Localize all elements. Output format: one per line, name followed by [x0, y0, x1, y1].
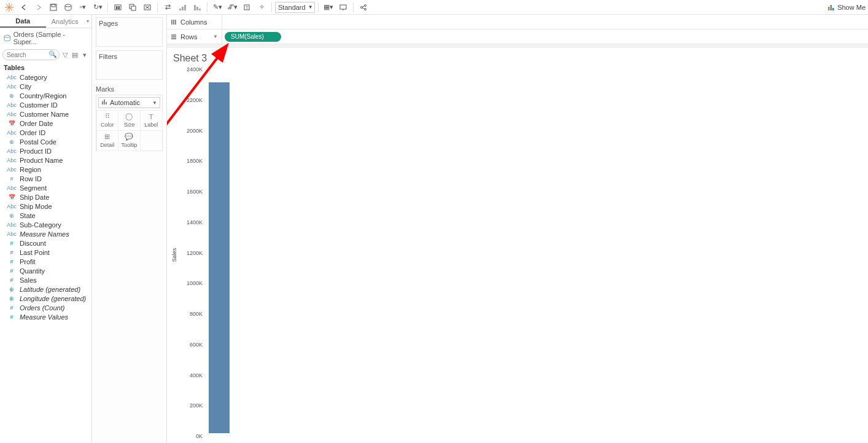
sheet-title[interactable]: Sheet 3	[167, 48, 868, 66]
field-sales[interactable]: #Sales	[0, 275, 91, 284]
field-orders-count-[interactable]: #Orders (Count)	[0, 303, 91, 312]
field-product-name[interactable]: AbcProduct Name	[0, 155, 91, 165]
field-last-point[interactable]: #Last Point	[0, 248, 91, 257]
back-button[interactable]	[17, 1, 31, 14]
marks-card: Marks Automatic ▼ ⠿Color◯SizeTLabel⊞Deta…	[96, 84, 163, 151]
field-type-icon: #	[7, 305, 16, 311]
field-latitude-generated-[interactable]: ⊕Latitude (generated)	[0, 284, 91, 294]
pages-card[interactable]: Pages	[96, 17, 163, 47]
field-label: Postal Code	[20, 138, 56, 146]
field-longitude-generated-[interactable]: ⊕Longitude (generated)	[0, 294, 91, 303]
refresh-button[interactable]: ↻▾	[91, 1, 104, 14]
field-sub-category[interactable]: AbcSub-Category	[0, 220, 91, 229]
chevron-down-icon: ▾	[84, 18, 91, 24]
field-product-id[interactable]: AbcProduct ID	[0, 146, 91, 155]
pin-button[interactable]: ✧	[255, 1, 268, 14]
rows-shelf[interactable]: Rows ▼ SUM(Sales)	[167, 29, 868, 44]
field-quantity[interactable]: #Quantity	[0, 266, 91, 275]
svg-rect-9	[118, 6, 120, 9]
mark-detail-button[interactable]: ⊞Detail	[96, 130, 119, 151]
rows-label: Rows	[180, 33, 198, 41]
datasource-icon	[4, 34, 11, 42]
mark-buttons-grid: ⠿Color◯SizeTLabel⊞Detail💬Tooltip	[96, 110, 162, 151]
labels-button[interactable]: T	[240, 1, 254, 14]
field-segment[interactable]: AbcSegment	[0, 183, 91, 192]
y-axis[interactable]: Sales 0K200K400K600K800K1000K1200K1400K1…	[167, 66, 205, 443]
bar-mark[interactable]	[209, 82, 230, 433]
svg-rect-31	[831, 5, 832, 10]
field-row-id[interactable]: #Row ID	[0, 174, 91, 183]
clear-button[interactable]	[141, 1, 154, 14]
field-measure-names[interactable]: AbcMeasure Names	[0, 229, 91, 238]
highlight-button[interactable]: ✎▾	[211, 1, 224, 14]
field-label: Product ID	[20, 147, 52, 155]
field-order-date[interactable]: 📅Order Date	[0, 119, 91, 128]
mark-cell-label: Color	[101, 122, 114, 128]
filters-card[interactable]: Filters	[96, 50, 163, 80]
field-ship-mode[interactable]: AbcShip Mode	[0, 202, 91, 211]
field-region[interactable]: AbcRegion	[0, 165, 91, 174]
svg-line-28	[362, 6, 365, 7]
field-category[interactable]: AbcCategory	[0, 73, 91, 82]
field-ship-date[interactable]: 📅Ship Date	[0, 192, 91, 202]
bar-icon	[101, 99, 107, 106]
new-worksheet-button[interactable]	[111, 1, 125, 14]
list-view-icon[interactable]: ▤	[71, 50, 79, 60]
field-type-icon: Abc	[7, 111, 16, 117]
field-country-region[interactable]: ⊕Country/Region	[0, 91, 91, 100]
svg-point-33	[4, 35, 10, 37]
presentation-button[interactable]	[336, 1, 350, 14]
mark-cell-label: Size	[124, 122, 135, 128]
forward-button[interactable]	[32, 1, 45, 14]
chart-area: Sales 0K200K400K600K800K1000K1200K1400K1…	[167, 66, 864, 443]
svg-rect-16	[182, 7, 184, 10]
y-tick: 1400K	[187, 219, 203, 225]
share-button[interactable]	[357, 1, 370, 14]
rows-pill-sales[interactable]: SUM(Sales)	[225, 32, 281, 42]
mark-tooltip-button[interactable]: 💬Tooltip	[118, 130, 141, 151]
field-order-id[interactable]: AbcOrder ID	[0, 128, 91, 137]
field-type-icon: Abc	[7, 167, 16, 173]
sort-asc-button[interactable]	[176, 1, 189, 14]
pause-updates-button[interactable]: ▫▾	[76, 1, 90, 14]
mark-size-button[interactable]: ◯Size	[118, 110, 141, 131]
fit-dropdown[interactable]: Standard ▼	[275, 2, 315, 13]
mark-type-dropdown[interactable]: Automatic ▼	[98, 97, 160, 108]
svg-text:T: T	[246, 6, 249, 10]
datasource-item[interactable]: Orders (Sample - Super...	[0, 28, 91, 48]
y-tick: 2400K	[187, 66, 203, 73]
columns-label: Columns	[180, 18, 207, 26]
save-button[interactable]	[47, 1, 60, 14]
field-measure-values[interactable]: #Measure Values	[0, 312, 91, 321]
search-field[interactable]: 🔍	[2, 49, 60, 60]
show-me-button[interactable]: Show Me	[827, 4, 866, 11]
field-label: Product Name	[20, 157, 63, 164]
filter-icon[interactable]: ▽	[61, 50, 69, 60]
field-type-icon: 📅	[7, 120, 16, 127]
tab-analytics[interactable]: Analytics ▾	[46, 15, 92, 28]
mark-color-button[interactable]: ⠿Color	[96, 110, 119, 131]
field-city[interactable]: AbcCity	[0, 82, 91, 91]
plot-region[interactable]	[205, 66, 864, 433]
field-profit[interactable]: #Profit	[0, 257, 91, 266]
tab-data[interactable]: Data	[0, 15, 46, 28]
group-button[interactable]: 🖇▾	[225, 1, 239, 14]
field-label: Last Point	[20, 249, 50, 256]
mark-label-button[interactable]: TLabel	[140, 110, 163, 131]
sort-desc-button[interactable]	[190, 1, 204, 14]
field-customer-id[interactable]: AbcCustomer ID	[0, 100, 91, 109]
duplicate-button[interactable]	[126, 1, 139, 14]
field-postal-code[interactable]: ⊕Postal Code	[0, 137, 91, 146]
svg-rect-5	[52, 4, 55, 7]
field-discount[interactable]: #Discount	[0, 238, 91, 248]
svg-rect-32	[832, 8, 834, 10]
new-datasource-button[interactable]	[61, 1, 75, 14]
field-state[interactable]: ⊕State	[0, 211, 91, 220]
show-cards-button[interactable]: ▦▾	[322, 1, 335, 14]
menu-icon[interactable]: ▾	[80, 50, 89, 60]
tables-header: Tables	[0, 61, 91, 73]
swap-button[interactable]: ⇄	[161, 1, 174, 14]
filters-title: Filters	[96, 51, 162, 62]
field-customer-name[interactable]: AbcCustomer Name	[0, 109, 91, 119]
columns-shelf[interactable]: Columns	[167, 15, 868, 29]
